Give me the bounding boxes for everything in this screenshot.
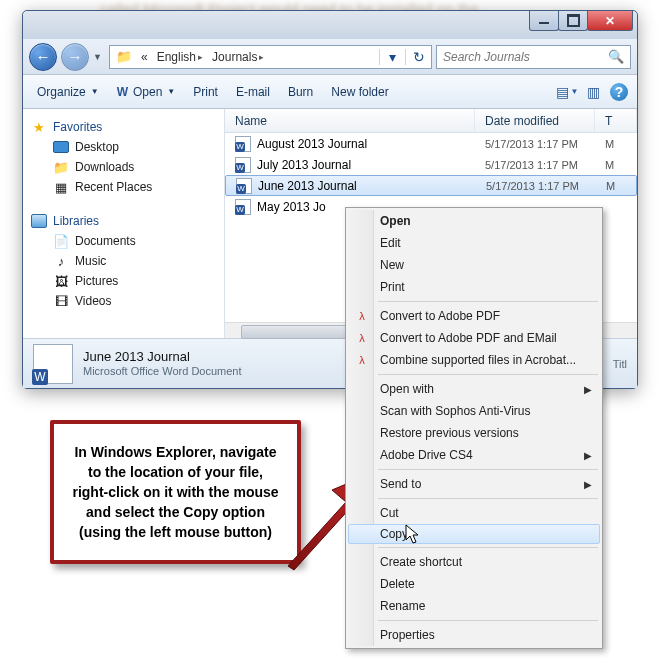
menu-delete[interactable]: Delete [348,573,600,595]
folder-icon: 📁 [53,159,69,175]
menu-convert-pdf[interactable]: λConvert to Adobe PDF [348,305,600,327]
menu-create-shortcut[interactable]: Create shortcut [348,551,600,573]
maximize-button[interactable] [558,11,588,31]
open-button[interactable]: WOpen ▼ [109,81,184,103]
sidebar-item-music[interactable]: ♪Music [31,251,216,271]
menu-convert-pdf-email[interactable]: λConvert to Adobe PDF and EMail [348,327,600,349]
pdf-email-icon: λ [354,330,370,346]
titlebar[interactable]: ✕ [23,11,637,39]
breadcrumb-journals[interactable]: Journals ▸ [206,50,267,64]
libraries-group[interactable]: Libraries [31,211,216,231]
menu-rename[interactable]: Rename [348,595,600,617]
folder-icon: 📁 [116,49,132,65]
documents-icon: 📄 [53,233,69,249]
menu-copy[interactable]: Copy [348,524,600,544]
desktop-icon [53,139,69,155]
forward-button[interactable]: → [61,43,89,71]
context-menu: Open Edit New Print λConvert to Adobe PD… [345,207,603,649]
menu-new[interactable]: New [348,254,600,276]
details-title-label: Titl [613,358,627,370]
menu-combine-acrobat[interactable]: λCombine supported files in Acrobat... [348,349,600,371]
word-doc-icon [235,157,251,173]
recent-icon: ▦ [53,179,69,195]
address-dropdown[interactable]: ▾ [379,49,405,65]
file-row[interactable]: July 2013 Journal 5/17/2013 1:17 PM M [225,154,637,175]
column-date[interactable]: Date modified [475,109,595,132]
back-button[interactable]: ← [29,43,57,71]
menu-cut[interactable]: Cut [348,502,600,524]
details-filename: June 2013 Journal [83,349,242,364]
search-input[interactable]: Search Journals 🔍 [436,45,631,69]
menu-open-with[interactable]: Open with▶ [348,378,600,400]
word-doc-icon [236,178,252,194]
pictures-icon: 🖼 [53,273,69,289]
sidebar-item-documents[interactable]: 📄Documents [31,231,216,251]
command-bar: Organize ▼ WOpen ▼ Print E-mail Burn New… [23,75,637,109]
music-icon: ♪ [53,253,69,269]
history-dropdown[interactable]: ▼ [93,52,105,62]
menu-restore-versions[interactable]: Restore previous versions [348,422,600,444]
view-options-button[interactable]: ▤ ▼ [555,81,579,103]
star-icon: ★ [31,119,47,135]
search-icon: 🔍 [608,49,624,64]
close-button[interactable]: ✕ [587,11,633,31]
navigation-pane: ★Favorites Desktop 📁Downloads ▦Recent Pl… [23,109,225,338]
submenu-arrow-icon: ▶ [584,479,592,490]
menu-properties[interactable]: Properties [348,624,600,646]
navigation-bar: ← → ▼ 📁 « English ▸ Journals ▸ ▾ ↻ Searc… [23,39,637,75]
email-button[interactable]: E-mail [228,81,278,103]
address-bar[interactable]: 📁 « English ▸ Journals ▸ ▾ ↻ [109,45,432,69]
file-row-selected[interactable]: June 2013 Journal 5/17/2013 1:17 PM M [225,175,637,196]
cursor-icon [405,524,421,546]
menu-adobe-drive[interactable]: Adobe Drive CS4▶ [348,444,600,466]
submenu-arrow-icon: ▶ [584,384,592,395]
burn-button[interactable]: Burn [280,81,321,103]
menu-open[interactable]: Open [348,210,600,232]
menu-print[interactable]: Print [348,276,600,298]
column-name[interactable]: Name [225,109,475,132]
breadcrumb-root[interactable]: « [135,50,151,64]
menu-send-to[interactable]: Send to▶ [348,473,600,495]
pdf-icon: λ [354,308,370,324]
word-doc-icon [33,344,73,384]
newfolder-button[interactable]: New folder [323,81,396,103]
word-doc-icon [235,136,251,152]
sidebar-item-pictures[interactable]: 🖼Pictures [31,271,216,291]
menu-edit[interactable]: Edit [348,232,600,254]
help-button[interactable]: ? [607,81,631,103]
videos-icon: 🎞 [53,293,69,309]
sidebar-item-videos[interactable]: 🎞Videos [31,291,216,311]
menu-sophos[interactable]: Scan with Sophos Anti-Virus [348,400,600,422]
favorites-group[interactable]: ★Favorites [31,117,216,137]
submenu-arrow-icon: ▶ [584,450,592,461]
sidebar-item-downloads[interactable]: 📁Downloads [31,157,216,177]
minimize-button[interactable] [529,11,559,31]
details-filetype: Microsoft Office Word Document [83,364,242,379]
print-button[interactable]: Print [185,81,226,103]
search-placeholder: Search Journals [443,50,530,64]
file-row[interactable]: August 2013 Journal 5/17/2013 1:17 PM M [225,133,637,154]
word-doc-icon [235,199,251,215]
libraries-icon [31,213,47,229]
sidebar-item-recent[interactable]: ▦Recent Places [31,177,216,197]
organize-button[interactable]: Organize ▼ [29,81,107,103]
breadcrumb-english[interactable]: English ▸ [151,50,206,64]
sidebar-item-desktop[interactable]: Desktop [31,137,216,157]
column-type[interactable]: T [595,109,637,132]
column-headers: Name Date modified T [225,109,637,133]
refresh-button[interactable]: ↻ [405,49,431,65]
preview-pane-button[interactable]: ▥ [581,81,605,103]
acrobat-icon: λ [354,352,370,368]
instruction-callout: In Windows Explorer, navigate to the loc… [50,420,301,564]
